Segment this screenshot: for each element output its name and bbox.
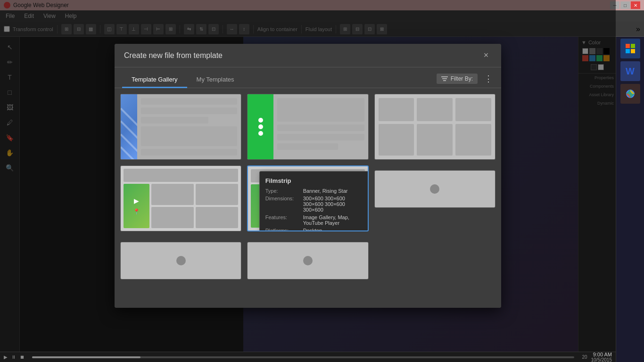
card-6-icon (430, 184, 439, 194)
template-card-4[interactable]: ▶ 📍 (120, 165, 241, 231)
pause-button[interactable]: ⏸ (11, 354, 16, 360)
card-8-content (248, 242, 368, 279)
gwd-taskbar-button[interactable] (620, 84, 640, 104)
template-card-8[interactable] (247, 242, 368, 280)
windows-logo-icon (625, 43, 636, 54)
card-6-content (375, 171, 495, 207)
card-3-row-2 (379, 124, 491, 156)
template-card-3[interactable] (374, 94, 495, 160)
card-1-stripe (121, 94, 137, 159)
card-8-icon (303, 256, 313, 265)
type-label: Type: (265, 188, 303, 194)
template-card-6[interactable] (374, 170, 495, 208)
more-options-button[interactable]: ⋮ (481, 73, 495, 85)
word-taskbar-button[interactable]: W (620, 61, 640, 81)
dot-2 (258, 124, 263, 129)
card-1-bar-1 (141, 98, 237, 105)
create-template-dialog: Create new file from template × Template… (115, 44, 501, 308)
filter-button[interactable]: Filter By: (437, 74, 478, 84)
platforms-value: Desktop (303, 228, 322, 231)
platforms-label: Platforms: (265, 228, 303, 231)
template-info-name: Filmstrip (265, 177, 366, 184)
map-icon: 📍 (133, 208, 140, 215)
template-card-7[interactable] (120, 242, 241, 280)
card-4-header (124, 169, 238, 182)
info-row-dimensions: Dimensions: 300×600 300×600 300×600 300×… (265, 196, 366, 213)
card-2-sidebar (248, 94, 273, 159)
maximize-button[interactable]: □ (620, 1, 630, 9)
card-3-cell-5 (417, 124, 453, 156)
tab-template-gallery[interactable]: Template Gallery (122, 72, 187, 88)
card-4-media-col: ▶ 📍 (124, 184, 149, 228)
dialog-header: Create new file from template × (115, 44, 501, 67)
start-button[interactable] (620, 39, 640, 58)
svg-rect-1 (631, 44, 635, 48)
stop-button[interactable]: ⏹ (20, 354, 25, 360)
features-label: Features: (265, 214, 303, 226)
dot-1 (258, 118, 263, 123)
filter-area: Filter By: ⋮ (437, 73, 495, 85)
word-icon: W (626, 66, 635, 77)
dialog-overlay: Create new file from template × Template… (0, 0, 616, 352)
card-3-row-1 (379, 98, 491, 121)
card-2-bar-3 (277, 143, 338, 150)
svg-rect-2 (626, 49, 630, 53)
dialog-close-button[interactable]: × (480, 50, 492, 61)
type-value: Banner, Rising Star (303, 188, 348, 194)
close-button[interactable]: ✕ (631, 1, 640, 9)
card-3-cell-4 (379, 124, 414, 156)
system-clock: 9:00 AM 10/5/2015 (591, 352, 612, 362)
play-button[interactable]: ▶ (4, 354, 8, 360)
template-card-2[interactable] (247, 94, 368, 160)
filter-icon (441, 76, 448, 82)
template-info-popup: Filmstrip Type: Banner, Rising Star Dime… (259, 171, 369, 231)
card-2-bar-2 (277, 134, 364, 140)
card-3-cell-6 (455, 124, 491, 156)
svg-rect-3 (631, 49, 635, 53)
card-7-icon (176, 256, 186, 265)
dialog-title: Create new file from template (124, 51, 223, 60)
tab-my-templates[interactable]: My Templates (187, 72, 244, 88)
template-card-5[interactable]: 🎥 Filmstrip Type: Banner, Rising Star Di… (247, 165, 368, 231)
card-1-image (141, 126, 237, 146)
windows-taskbar: W (616, 37, 644, 362)
timeline-position: 20 (582, 354, 587, 360)
template-grid: ▶ 📍 (115, 88, 501, 308)
clock-date: 10/5/2015 (591, 357, 612, 362)
card-1-bar-4 (141, 149, 237, 156)
dialog-tabs: Template Gallery My Templates Filter By:… (115, 67, 501, 88)
card-7-content (121, 242, 241, 279)
card-3-cell-1 (379, 98, 414, 121)
clock-time: 9:00 AM (591, 352, 612, 357)
card-3-cell-2 (417, 98, 453, 121)
card-2-image (277, 98, 364, 122)
card-4-cell-4 (196, 207, 238, 228)
card-3-cell-3 (455, 98, 491, 121)
card-4-cell-2 (196, 184, 238, 205)
card-4-cell-1 (151, 184, 194, 205)
gwd-taskbar-icon (625, 89, 636, 99)
template-card-1[interactable] (120, 94, 241, 160)
card-2-content (273, 94, 368, 159)
info-row-features: Features: Image Gallery, Map, YouTube Pl… (265, 214, 366, 226)
info-row-platforms: Platforms: Desktop (265, 228, 366, 231)
bottom-taskbar: ▶ ⏸ ⏹ 20 9:00 AM 10/5/2015 (0, 352, 616, 362)
toolbar-overflow[interactable]: » (636, 25, 640, 33)
dimensions-value: 300×600 300×600 300×600 300×600 300×600 (303, 196, 345, 213)
features-value: Image Gallery, Map, YouTube Player (303, 214, 366, 226)
card-4-cell-3 (151, 207, 194, 228)
card-1-content (137, 94, 241, 159)
card-1-bar-3 (141, 117, 208, 123)
card-2-bar-1 (277, 124, 364, 131)
card-4-body: ▶ 📍 (124, 184, 238, 228)
play-icon: ▶ (134, 197, 139, 205)
card-1-bar-2 (141, 107, 237, 114)
dimensions-label: Dimensions: (265, 196, 303, 213)
info-row-type: Type: Banner, Rising Star (265, 188, 366, 194)
timeline-bar[interactable] (32, 356, 574, 358)
timeline-progress (32, 356, 140, 358)
filter-label: Filter By: (451, 75, 473, 82)
dot-3 (258, 131, 263, 136)
card-4-grid (151, 184, 238, 228)
svg-rect-0 (626, 44, 630, 48)
